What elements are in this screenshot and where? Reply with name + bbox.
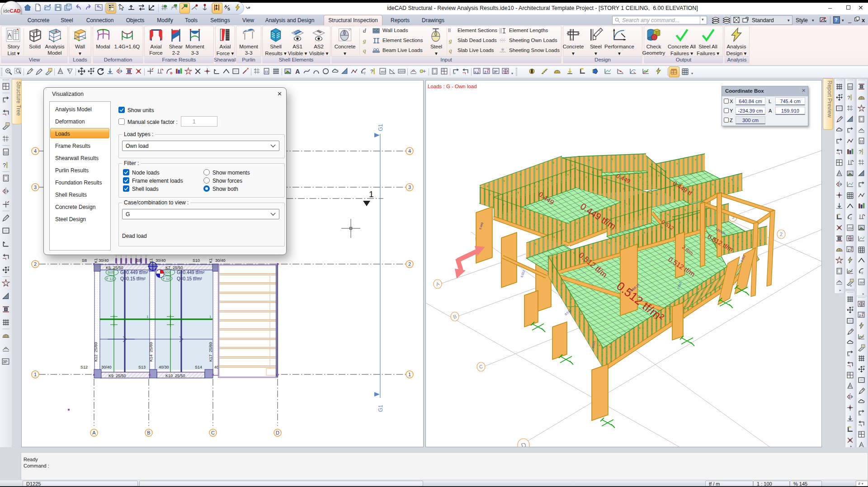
svg-text:q: q xyxy=(363,47,366,54)
svg-text:S06: S06 xyxy=(164,270,171,274)
svg-text:40/30: 40/30 xyxy=(159,365,169,369)
svg-text:K17 25/60: K17 25/60 xyxy=(208,342,213,362)
svg-text:4: 4 xyxy=(34,148,37,154)
svg-text:30/40: 30/40 xyxy=(156,258,166,263)
svg-text:30/40: 30/40 xyxy=(101,365,112,369)
svg-text:K1: K1 xyxy=(149,258,153,263)
svg-text:G1: G1 xyxy=(377,124,384,131)
svg-text:F 12: F 12 xyxy=(106,277,114,281)
svg-text:K10 25/50: K10 25/50 xyxy=(165,374,185,378)
svg-text:A: A xyxy=(92,430,96,435)
svg-text:1: 1 xyxy=(408,372,411,377)
svg-text:1: 1 xyxy=(369,189,374,199)
svg-text:z: z xyxy=(848,248,849,252)
svg-text:S14: S14 xyxy=(195,365,202,369)
svg-text:A: A xyxy=(59,69,61,74)
svg-text:F 12: F 12 xyxy=(163,277,170,281)
svg-text:K1: K1 xyxy=(94,258,98,263)
svg-text:A: A xyxy=(849,384,851,388)
svg-text:2: 2 xyxy=(364,71,366,75)
svg-text:2: 2 xyxy=(862,271,863,275)
svg-text:°: ° xyxy=(393,69,394,73)
svg-text:A: A xyxy=(295,68,300,75)
svg-text:2: 2 xyxy=(780,232,783,237)
svg-text:S9: S9 xyxy=(136,258,141,263)
svg-text:A: A xyxy=(838,171,840,176)
svg-text:D: D xyxy=(276,430,279,435)
svg-text:S05: S05 xyxy=(108,270,114,274)
svg-text:m²: m² xyxy=(381,69,386,74)
svg-text:S12: S12 xyxy=(80,365,88,369)
svg-text:1: 1 xyxy=(34,372,37,377)
svg-text:30/40: 30/40 xyxy=(99,258,109,263)
svg-text:3P: 3P xyxy=(3,359,8,364)
svg-text:2: 2 xyxy=(850,217,852,221)
svg-text:?: ? xyxy=(859,149,862,155)
svg-text:C: C xyxy=(211,430,215,435)
svg-text:g: g xyxy=(449,37,452,44)
svg-text:3P: 3P xyxy=(493,70,498,74)
svg-text:2: 2 xyxy=(408,261,411,267)
svg-text:G=0.449 tf/m²: G=0.449 tf/m² xyxy=(120,270,148,275)
svg-text:Q=0.15 tf/m²: Q=0.15 tf/m² xyxy=(120,276,146,281)
svg-text:?: ? xyxy=(847,95,850,100)
svg-text:mm²: mm² xyxy=(399,70,406,73)
svg-text:K9 25/50: K9 25/50 xyxy=(108,374,126,378)
svg-text:3: 3 xyxy=(408,184,411,190)
svg-text:30/40: 30/40 xyxy=(215,258,226,263)
svg-text:m²: m² xyxy=(859,280,864,285)
svg-text:g: g xyxy=(363,37,366,44)
svg-text:x,y: x,y xyxy=(474,70,479,74)
svg-text:d: d xyxy=(363,27,366,34)
svg-text:S8: S8 xyxy=(82,258,87,263)
svg-text:?: ? xyxy=(370,68,373,74)
svg-text:S10: S10 xyxy=(193,258,200,263)
svg-text:1: 1 xyxy=(146,315,149,319)
svg-text:2: 2 xyxy=(34,261,37,267)
svg-text:S: S xyxy=(227,7,230,11)
svg-text:4: 4 xyxy=(408,148,411,154)
svg-text:z: z xyxy=(859,313,861,318)
svg-text:S13: S13 xyxy=(138,365,146,369)
svg-text:3: 3 xyxy=(34,184,37,190)
svg-text:q: q xyxy=(449,47,452,54)
svg-text:m²: m² xyxy=(848,226,853,231)
svg-text:K1: K1 xyxy=(208,258,213,263)
svg-text:A: A xyxy=(224,4,227,9)
svg-text:ⅠⅠ: ⅠⅠ xyxy=(448,28,451,33)
svg-text:Q=0.15 tf/m²: Q=0.15 tf/m² xyxy=(177,276,203,281)
svg-text:G=0.449 tf/m²: G=0.449 tf/m² xyxy=(177,270,205,275)
svg-text:B: B xyxy=(147,430,150,435)
svg-text:K12 25/60: K12 25/60 xyxy=(94,342,98,362)
svg-text:K14 25/60: K14 25/60 xyxy=(149,342,153,362)
svg-text:z: z xyxy=(484,70,486,74)
svg-text:G1: G1 xyxy=(377,405,384,412)
svg-text:1: 1 xyxy=(209,315,212,319)
svg-text:?: ? xyxy=(3,162,6,169)
